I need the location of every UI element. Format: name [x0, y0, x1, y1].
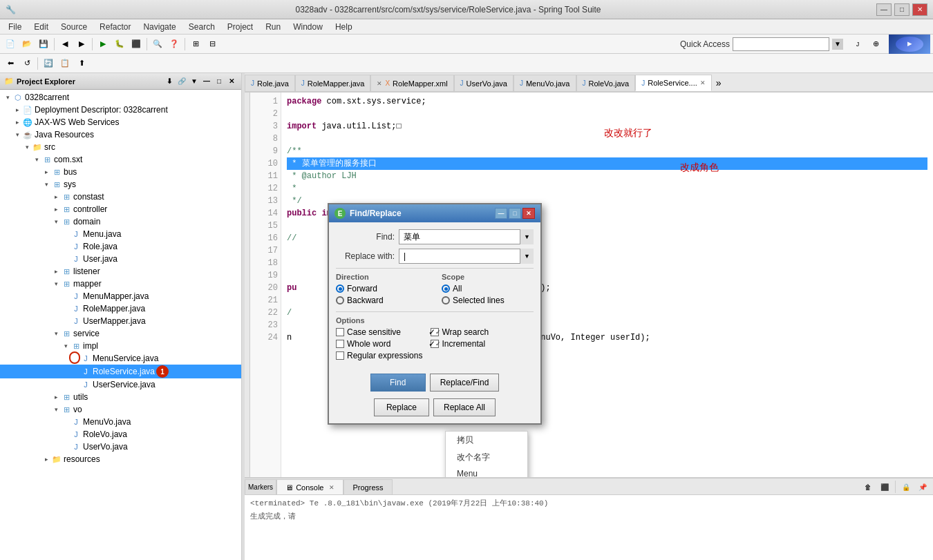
forward-button[interactable]: ▶ [74, 37, 89, 52]
replace-button[interactable]: Replace [374, 398, 429, 416]
console-stop[interactable]: ⬛ [877, 479, 892, 494]
radio-selected-btn[interactable] [442, 296, 450, 305]
cb-incremental[interactable]: ✓ Incremental [431, 339, 489, 349]
tab-user-vo[interactable]: J UserVo.java [454, 75, 513, 91]
toolbar2-btn3[interactable]: 🔄 [41, 56, 56, 71]
tree-constast[interactable]: ▸ ⊞ constast [0, 191, 241, 203]
cb-wrap[interactable]: ✓ Wrap search [431, 327, 489, 337]
tree-sys[interactable]: ▾ ⊞ sys [0, 178, 241, 191]
progress-tab[interactable]: Progress [343, 479, 392, 494]
cb-incremental-box[interactable]: ✓ [431, 340, 439, 348]
tree-menu-service[interactable]: ▸ J MenuService.java [0, 352, 241, 365]
replace-all-button[interactable]: Replace All [433, 398, 496, 416]
tree-project-root[interactable]: ▾ ⬡ 0328carrent [0, 91, 241, 104]
ctx-copy[interactable]: 拷贝 [446, 432, 527, 449]
tab-overflow[interactable]: » [712, 75, 726, 91]
tree-vo[interactable]: ▾ ⊞ vo [0, 403, 241, 416]
dialog-maximize[interactable]: □ [509, 208, 521, 219]
console-close[interactable]: ✕ [329, 484, 334, 491]
tree-role-vo[interactable]: ▸ J RoleVo.java [0, 428, 241, 441]
tree-src[interactable]: ▾ 📁 src [0, 141, 241, 153]
console-scroll-lock[interactable]: 🔒 [898, 479, 914, 494]
tree-controller[interactable]: ▸ ⊞ controller [0, 203, 241, 215]
save-button[interactable]: 💾 [36, 37, 51, 52]
new-button[interactable]: 📄 [3, 37, 18, 52]
ctx-menu[interactable]: Menu [446, 466, 527, 477]
tab-role-service[interactable]: J RoleService.... ✕ [635, 75, 712, 91]
debug-button[interactable]: 🐛 [112, 37, 127, 52]
tree-menu-java[interactable]: ▸ J Menu.java [0, 228, 241, 240]
markers-tab[interactable]: Markers [245, 479, 276, 494]
sidebar-max[interactable]: □ [214, 76, 225, 87]
tree-listener[interactable]: ▸ ⊞ listener [0, 265, 241, 278]
tab-role-mapper-xml-close[interactable]: ✕ [377, 80, 382, 87]
radio-selected-lines[interactable]: Selected lines [442, 296, 534, 305]
tree-menu-mapper[interactable]: ▸ J MenuMapper.java [0, 290, 241, 302]
radio-backward-btn[interactable] [336, 296, 344, 305]
replace-value[interactable]: | [399, 249, 534, 264]
menu-project[interactable]: Project [222, 21, 258, 33]
toolbar2-btn5[interactable]: ⬆ [74, 56, 89, 71]
minimize-button[interactable]: — [876, 3, 892, 16]
open-button[interactable]: 📂 [19, 37, 35, 52]
tree-jax[interactable]: ▸ 🌐 JAX-WS Web Services [0, 116, 241, 128]
console-tab[interactable]: 🖥 Console ✕ [276, 479, 343, 494]
tab-role-mapper-xml[interactable]: ✕ X RoleMapper.xml [370, 75, 453, 91]
ctx-rename[interactable]: 改个名字 [446, 449, 527, 466]
tree-com-sxt[interactable]: ▾ ⊞ com.sxt [0, 153, 241, 166]
layout-btn[interactable]: ⊟ [205, 37, 220, 52]
console-clear[interactable]: 🗑 [860, 479, 876, 494]
close-button[interactable]: ✕ [912, 3, 927, 16]
tree-service[interactable]: ▾ ⊞ service [0, 327, 241, 340]
replace-find-button[interactable]: Replace/Find [430, 374, 500, 392]
tree-impl[interactable]: ▾ ⊞ impl [0, 340, 241, 352]
tab-role-mapper-java[interactable]: J RoleMapper.java [295, 75, 371, 91]
tree-java-resources[interactable]: ▾ ☕ Java Resources [0, 128, 241, 141]
tree-role-mapper[interactable]: ▸ J RoleMapper.java [0, 302, 241, 315]
toolbar2-btn4[interactable]: 📋 [57, 56, 73, 71]
perspective-btn[interactable]: ⊞ [188, 37, 203, 52]
quick-access-input[interactable] [733, 37, 829, 51]
perspective-other[interactable]: ⊕ [868, 37, 883, 52]
menu-search[interactable]: Search [183, 21, 220, 33]
tree-bus[interactable]: ▸ ⊞ bus [0, 166, 241, 178]
cb-case-sensitive[interactable]: Case sensitive [336, 327, 422, 337]
menu-window[interactable]: Window [288, 21, 328, 33]
sidebar-menu[interactable]: ▼ [189, 76, 200, 87]
menu-source[interactable]: Source [55, 21, 93, 33]
radio-all-btn[interactable] [442, 284, 450, 293]
find-value[interactable]: 菜单 [399, 229, 534, 244]
sidebar-close[interactable]: ✕ [226, 76, 237, 87]
cb-whole-word-box[interactable] [336, 340, 344, 348]
stop-button[interactable]: ⬛ [129, 37, 144, 52]
radio-backward[interactable]: Backward [336, 296, 428, 305]
sidebar-collapse[interactable]: ⬇ [164, 76, 175, 87]
dialog-minimize[interactable]: — [495, 208, 507, 219]
menu-refactor[interactable]: Refactor [94, 21, 136, 33]
tree-mapper[interactable]: ▾ ⊞ mapper [0, 278, 241, 290]
dialog-close[interactable]: ✕ [522, 208, 535, 219]
replace-dropdown-arrow[interactable]: ▼ [520, 249, 534, 264]
tab-role-java[interactable]: J Role.java [245, 75, 295, 91]
menu-edit[interactable]: Edit [28, 21, 54, 33]
find-dropdown-arrow[interactable]: ▼ [520, 229, 534, 244]
tree-deployment[interactable]: ▸ 📄 Deployment Descriptor: 0328carrent [0, 104, 241, 116]
cb-case-sensitive-box[interactable] [336, 328, 344, 336]
sidebar-link[interactable]: 🔗 [176, 76, 187, 87]
cb-regex[interactable]: Regular expressions [336, 351, 422, 360]
tab-role-vo[interactable]: J RoleVo.java [576, 75, 636, 91]
maximize-button[interactable]: □ [894, 3, 910, 16]
toolbar2-btn2[interactable]: ↺ [19, 56, 35, 71]
radio-all[interactable]: All [442, 284, 534, 293]
toolbar2-btn1[interactable]: ⬅ [3, 56, 18, 71]
search-button[interactable]: 🔍 [150, 37, 165, 52]
tree-user-service[interactable]: ▸ J UserService.java [0, 378, 241, 391]
quick-access-arrow[interactable]: ▼ [832, 39, 843, 50]
cb-wrap-box[interactable]: ✓ [431, 328, 439, 336]
help-search[interactable]: ❓ [167, 37, 182, 52]
tree-resources[interactable]: ▸ 📁 resources [0, 453, 241, 465]
cb-regex-box[interactable] [336, 351, 344, 360]
back-button[interactable]: ◀ [57, 37, 73, 52]
menu-run[interactable]: Run [260, 21, 286, 33]
console-pin[interactable]: 📌 [915, 479, 930, 494]
